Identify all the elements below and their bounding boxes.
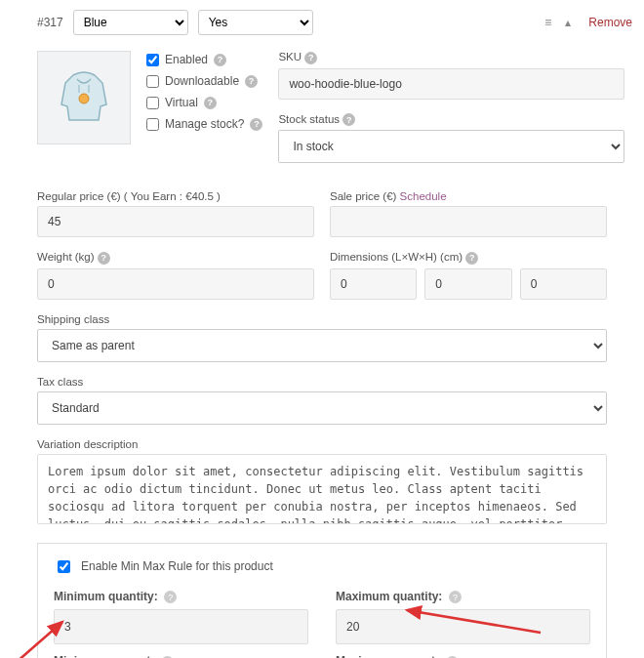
shipping-class-select[interactable]: Same as parent <box>37 329 607 362</box>
min-max-panel: Enable Min Max Rule for this product Min… <box>37 543 607 659</box>
weight-input[interactable] <box>37 268 314 300</box>
sale-price-input[interactable] <box>330 206 607 237</box>
stock-status-label: Stock status ? <box>278 113 624 127</box>
shipping-class-label: Shipping class <box>37 313 607 325</box>
variation-id: #317 <box>37 16 63 29</box>
enabled-checkbox[interactable]: Enabled ? <box>146 53 262 66</box>
help-icon[interactable]: ? <box>304 52 317 64</box>
sku-label: SKU ? <box>278 51 624 64</box>
help-icon[interactable]: ? <box>342 113 355 126</box>
help-icon[interactable]: ? <box>214 54 226 66</box>
min-qty-label: Minimum quantity: ? <box>54 590 308 604</box>
help-icon[interactable]: ? <box>164 591 177 603</box>
help-icon[interactable]: ? <box>245 75 258 88</box>
max-amt-label: Maximum amount: ? <box>336 654 590 658</box>
collapse-icon[interactable]: ▴ <box>563 16 573 29</box>
product-image[interactable] <box>37 51 131 144</box>
variation-description-input[interactable] <box>37 454 607 524</box>
hoodie-icon <box>54 65 114 130</box>
tax-class-select[interactable]: Standard <box>37 391 607 425</box>
help-icon[interactable]: ? <box>449 591 462 603</box>
attribute-2-select[interactable]: Yes <box>198 10 313 35</box>
schedule-link[interactable]: Schedule <box>400 190 447 202</box>
attribute-1-select[interactable]: Blue <box>73 10 188 35</box>
downloadable-checkbox[interactable]: Downloadable ? <box>146 74 262 88</box>
variation-description-label: Variation description <box>37 438 607 450</box>
enable-minmax-checkbox[interactable]: Enable Min Max Rule for this product <box>54 557 590 576</box>
help-icon[interactable]: ? <box>204 97 217 109</box>
min-amt-label: Minimum amount: ? <box>54 654 308 658</box>
max-qty-label: Maximum quantity: ? <box>336 590 590 604</box>
weight-label: Weight (kg) ? <box>37 251 314 265</box>
stock-status-select[interactable]: In stock <box>278 130 624 163</box>
regular-price-label: Regular price (€) ( You Earn : €40.5 ) <box>37 190 314 202</box>
manage-stock-checkbox[interactable]: Manage stock? ? <box>146 117 262 131</box>
svg-point-0 <box>79 94 89 103</box>
width-input[interactable] <box>424 268 511 300</box>
regular-price-input[interactable] <box>37 206 314 237</box>
sku-input[interactable] <box>278 68 624 100</box>
max-qty-input[interactable] <box>336 609 590 644</box>
help-icon[interactable]: ? <box>465 252 478 265</box>
min-qty-input[interactable] <box>54 609 308 644</box>
help-icon[interactable]: ? <box>98 252 110 265</box>
menu-icon[interactable]: ≡ <box>543 16 553 29</box>
length-input[interactable] <box>330 268 417 300</box>
help-icon[interactable]: ? <box>250 118 262 131</box>
tax-class-label: Tax class <box>37 376 607 388</box>
remove-link[interactable]: Remove <box>588 16 632 29</box>
sale-price-label: Sale price (€) Schedule <box>330 190 607 202</box>
virtual-checkbox[interactable]: Virtual ? <box>146 96 262 109</box>
height-input[interactable] <box>520 268 607 300</box>
dimensions-label: Dimensions (L×W×H) (cm) ? <box>330 251 607 265</box>
